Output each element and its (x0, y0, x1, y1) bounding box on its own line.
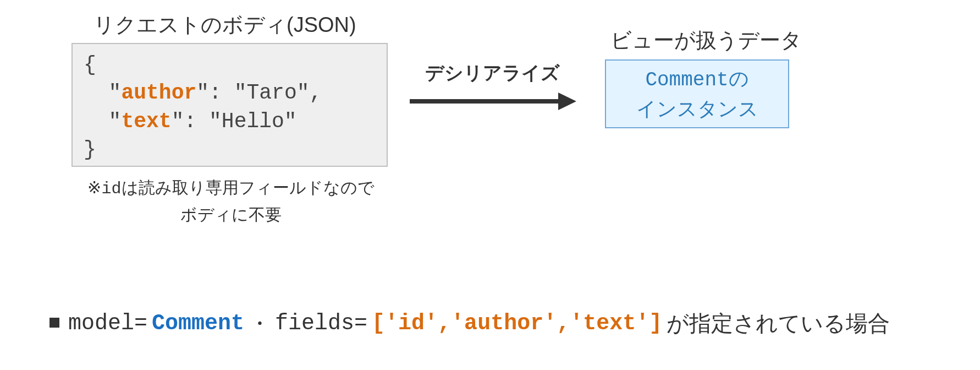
code-line-2: "text": "Hello" (84, 107, 376, 135)
code-line-open: { (84, 51, 376, 79)
code-l1-pre: " (84, 81, 121, 105)
note-rest: は読み取り専用フィールドなので (122, 178, 375, 197)
code-line-1: "author": "Taro", (84, 79, 376, 107)
bullet-icon (49, 318, 59, 328)
code-l2-pre: " (84, 110, 121, 133)
request-body-title-text: リクエストのボディ(JSON) (93, 13, 356, 36)
code-key-author: author (121, 81, 196, 105)
comment-instance-box: Commentの インスタンス (605, 59, 789, 128)
instance-no: の (729, 67, 749, 90)
note-line-2: ボディに不要 (77, 202, 385, 228)
view-data-title-text: ビューが扱うデータ (610, 29, 802, 52)
note-id: id (101, 179, 121, 198)
request-body-title: リクエストのボディ(JSON) (93, 11, 356, 39)
json-code-box: { "author": "Taro", "text": "Hello" } (71, 43, 388, 167)
code-l1-post: ": "Taro", (196, 81, 322, 105)
dot-sep: ・ (249, 308, 271, 339)
code-line-close: } (84, 135, 376, 164)
view-data-title: ビューが扱うデータ (610, 26, 802, 55)
note-prefix: ※ (87, 178, 101, 197)
model-eq: model= (68, 311, 147, 336)
deserialize-label: デシリアライズ (407, 61, 577, 86)
code-key-text: text (121, 110, 171, 133)
instance-line-2: インスタンス (636, 95, 758, 123)
instance-comment-word: Comment (645, 69, 728, 91)
fields-eq: fields= (275, 311, 367, 336)
code-l2-post: ": "Hello" (172, 110, 297, 133)
bottom-model-fields-row: model=Comment・fields=['id','author','tex… (49, 308, 890, 339)
id-readonly-note: ※idは読み取り専用フィールドなので ボディに不要 (77, 175, 385, 227)
arrow-icon (407, 90, 577, 112)
note-line-1: ※idは読み取り専用フィールドなので (77, 175, 385, 202)
deserialize-arrow-group: デシリアライズ (407, 61, 577, 112)
fields-val: ['id','author','text'] (372, 311, 662, 336)
model-val: Comment (152, 311, 244, 336)
bottom-trail: が指定されている場合 (667, 308, 890, 339)
instance-line-1: Commentの (645, 64, 748, 95)
svg-marker-1 (558, 92, 576, 110)
